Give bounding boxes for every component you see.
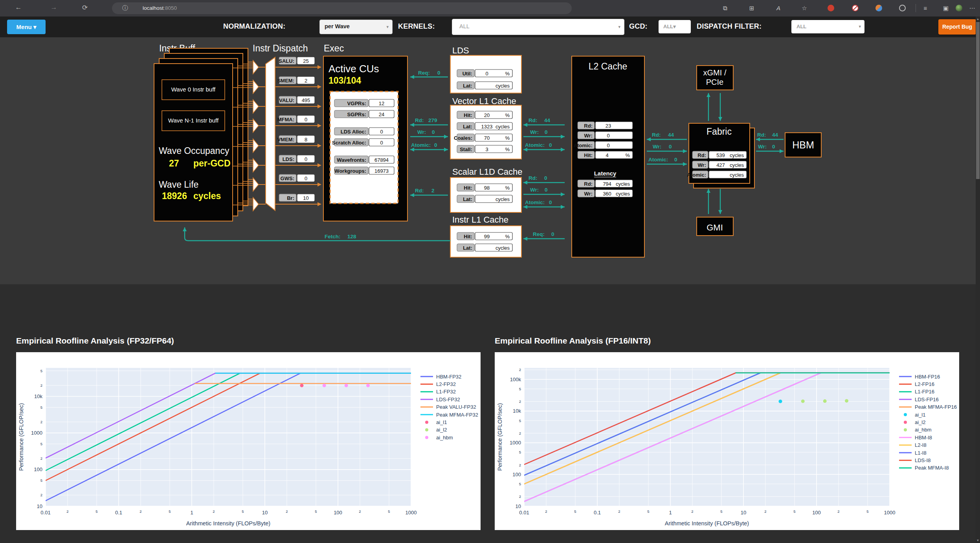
- label: Wr:: [584, 133, 593, 139]
- y-minor-tick: 2: [519, 463, 521, 467]
- y-minor-tick: 5: [519, 387, 521, 391]
- label: Stall:: [460, 146, 472, 152]
- y-minor-tick: 5: [40, 405, 42, 410]
- label: Wr:: [758, 144, 767, 150]
- lds-block: LDSUtil:0%Lat:cycles: [450, 46, 521, 93]
- label: 427: [716, 162, 725, 168]
- label: Util:: [462, 71, 472, 77]
- legend-item-Peak VALU-FP32[interactable]: Peak VALU-FP32: [420, 404, 476, 410]
- y-tick: 100k: [510, 377, 521, 382]
- label: 0: [305, 176, 307, 181]
- legend-item-LDS-FP32[interactable]: LDS-FP32: [420, 397, 460, 402]
- hbm-label: HBM: [792, 139, 814, 150]
- label: 279: [428, 117, 437, 123]
- label: Wr:: [653, 144, 661, 150]
- y-tick: 100: [34, 466, 42, 472]
- legend-item-Peak MFMA-FP32[interactable]: Peak MFMA-FP32: [420, 412, 478, 418]
- label: %: [505, 112, 510, 118]
- label: Coales:: [454, 135, 472, 141]
- label: 24: [379, 112, 384, 117]
- label: Wr:: [584, 191, 593, 197]
- label: Lat:: [463, 196, 472, 202]
- legend-label: L2-FP16: [915, 381, 934, 387]
- label: 0: [549, 142, 552, 148]
- x-tick: 0.01: [519, 510, 529, 516]
- label: Atomic:: [525, 199, 545, 205]
- y-minor-tick: 2: [519, 431, 521, 435]
- legend-label: L1-I8: [915, 450, 927, 456]
- gmi-label: GMI: [707, 223, 723, 232]
- label: 0: [551, 231, 554, 237]
- legend-item-ai_hbm[interactable]: ai_hbm: [904, 427, 932, 433]
- page-scrollbar[interactable]: ▲ ▼: [976, 16, 980, 543]
- legend-item-L1-I8[interactable]: L1-I8: [899, 450, 927, 456]
- legend-label: ai_l2: [915, 419, 925, 425]
- x-tick: 100: [812, 510, 821, 516]
- legend-item-ai_hbm[interactable]: ai_hbm: [425, 435, 453, 441]
- legend-label: L2-FP32: [436, 381, 456, 387]
- label: 0: [669, 144, 672, 150]
- gmi-block: GMI: [697, 217, 733, 236]
- legend-item-LDS-FP16[interactable]: LDS-FP16: [899, 397, 939, 402]
- legend-item-L2-FP16[interactable]: L2-FP16: [899, 381, 934, 387]
- instr-l1-block-title: Instr L1 Cache: [452, 215, 508, 225]
- plot-area: [524, 368, 890, 506]
- x-minor-tick: 5: [169, 509, 171, 514]
- y-minor-tick: 5: [519, 482, 521, 486]
- legend-item-ai_l2[interactable]: ai_l2: [425, 427, 447, 433]
- legend-item-ai_l1[interactable]: ai_l1: [425, 419, 447, 425]
- legend-item-L2-FP32[interactable]: L2-FP32: [420, 381, 456, 387]
- y-minor-tick: 2: [519, 494, 521, 499]
- label: %: [505, 71, 510, 77]
- active-cus-label: Active CUs: [329, 63, 379, 75]
- label: 0: [772, 144, 775, 150]
- scrollbar-up-icon[interactable]: ▲: [976, 17, 980, 21]
- label: 0: [545, 187, 548, 193]
- wave-life-unit: cycles: [193, 191, 221, 201]
- label: 44: [772, 132, 778, 138]
- legend-item-L2-I8[interactable]: L2-I8: [899, 442, 927, 448]
- label: Wr:: [698, 162, 706, 168]
- point-ai_l1: [300, 384, 303, 387]
- legend-item-HBM-FP16[interactable]: HBM-FP16: [899, 374, 940, 380]
- scrollbar-thumb[interactable]: [976, 22, 980, 179]
- scrollbar-down-icon[interactable]: ▼: [976, 539, 980, 542]
- label: Wr:: [417, 129, 426, 135]
- x-tick: 1: [190, 510, 193, 516]
- label: cycles: [496, 124, 510, 130]
- legend-item-L1-FP32[interactable]: L1-FP32: [420, 389, 456, 395]
- label: Workgroups:: [334, 168, 366, 174]
- lds-block-title: LDS: [452, 46, 469, 55]
- label: 8: [305, 137, 307, 143]
- label: Hit:: [464, 185, 472, 191]
- exec-block: ExecActive CUs103/104VGPRs:12SGPRs:24LDS…: [323, 43, 407, 221]
- legend-item-LDS-I8[interactable]: LDS-I8: [899, 457, 930, 463]
- label: Lat:: [463, 245, 472, 251]
- legend-item-Peak MFMA-FP16[interactable]: Peak MFMA-FP16: [899, 404, 957, 410]
- legend-label: ai_hbm: [915, 427, 932, 433]
- l2-title: L2 Cache: [589, 61, 627, 71]
- legend-item-Peak MFMA-I8[interactable]: Peak MFMA-I8: [899, 465, 949, 471]
- legend-item-ai_l1[interactable]: ai_l1: [904, 412, 925, 418]
- y-minor-tick: 5: [40, 442, 42, 446]
- legend-label: ai_l1: [915, 412, 925, 418]
- label: 2: [431, 188, 435, 194]
- label: Br:: [287, 195, 294, 201]
- legend-item-ai_l2[interactable]: ai_l2: [904, 419, 925, 425]
- x-minor-tick: 2: [139, 509, 141, 514]
- label: 10: [303, 195, 308, 201]
- label: 2: [305, 78, 307, 84]
- point-ai_hbm: [845, 399, 848, 402]
- legend-item-L1-FP16[interactable]: L1-FP16: [899, 389, 934, 395]
- label: cycles: [496, 196, 510, 202]
- label: LDS:: [283, 156, 294, 162]
- legend-item-HBM-FP32[interactable]: HBM-FP32: [420, 374, 461, 380]
- legend-item-HBM-I8[interactable]: HBM-I8: [899, 435, 932, 441]
- vector-l1-block: Vector L1 CacheHit:20%Lat:1323cyclesCoal…: [450, 96, 521, 159]
- roofline-fp16-title: Empirical Roofline Analysis (FP16/INT8): [495, 336, 651, 346]
- y-minor-tick: 5: [519, 419, 521, 423]
- label: 16973: [374, 168, 389, 174]
- label: 0: [544, 175, 547, 181]
- x-minor-tick: 2: [618, 509, 620, 514]
- label: Hit:: [464, 112, 472, 118]
